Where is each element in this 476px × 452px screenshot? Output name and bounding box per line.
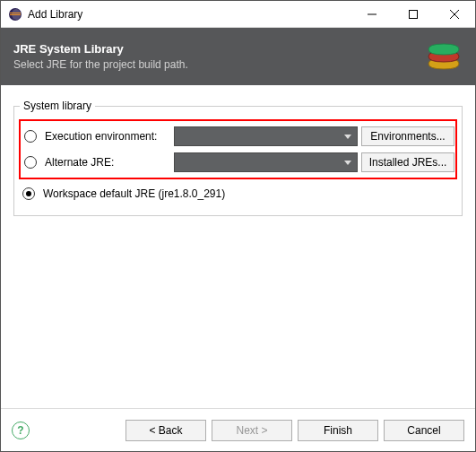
titlebar: Add Library — [1, 1, 475, 28]
installed-jres-button[interactable]: Installed JREs... — [361, 152, 454, 172]
svg-rect-5 — [410, 10, 418, 18]
page-title: JRE System Library — [13, 42, 188, 56]
alternate-jre-row: Alternate JRE: Installed JREs... — [22, 151, 454, 174]
system-library-group: System library Execution environment: En… — [13, 100, 463, 216]
close-button[interactable] — [434, 1, 475, 28]
window-title: Add Library — [28, 8, 351, 21]
svg-rect-3 — [10, 14, 21, 15]
highlight-box: Execution environment: Environments... A… — [19, 119, 457, 179]
alternate-jre-label: Alternate JRE: — [45, 156, 170, 169]
workspace-default-label: Workspace default JRE (jre1.8.0_291) — [43, 187, 225, 200]
minimize-button[interactable] — [351, 1, 393, 28]
button-bar: ? < Back Next > Finish Cancel — [1, 408, 475, 451]
group-legend: System library — [20, 100, 95, 112]
execution-environment-radio[interactable] — [24, 130, 37, 143]
maximize-button[interactable] — [393, 1, 434, 28]
eclipse-icon — [8, 7, 22, 22]
wizard-header: JRE System Library Select JRE for the pr… — [1, 28, 475, 85]
alternate-jre-radio[interactable] — [24, 156, 37, 169]
cancel-button[interactable]: Cancel — [384, 420, 464, 441]
page-subtitle: Select JRE for the project build path. — [13, 58, 188, 71]
library-icon — [421, 33, 466, 81]
workspace-default-radio[interactable] — [22, 187, 35, 200]
content-area: System library Execution environment: En… — [1, 85, 475, 408]
environments-button[interactable]: Environments... — [361, 126, 454, 146]
next-button: Next > — [212, 420, 292, 441]
alternate-jre-combo[interactable] — [174, 152, 358, 172]
execution-environment-combo[interactable] — [174, 126, 358, 146]
back-button[interactable]: < Back — [125, 420, 206, 441]
help-icon[interactable]: ? — [12, 422, 30, 439]
finish-button[interactable]: Finish — [298, 420, 378, 441]
execution-environment-row: Execution environment: Environments... — [22, 125, 454, 148]
svg-rect-2 — [10, 13, 21, 13]
execution-environment-label: Execution environment: — [45, 130, 170, 143]
workspace-default-row: Workspace default JRE (jre1.8.0_291) — [20, 182, 456, 205]
